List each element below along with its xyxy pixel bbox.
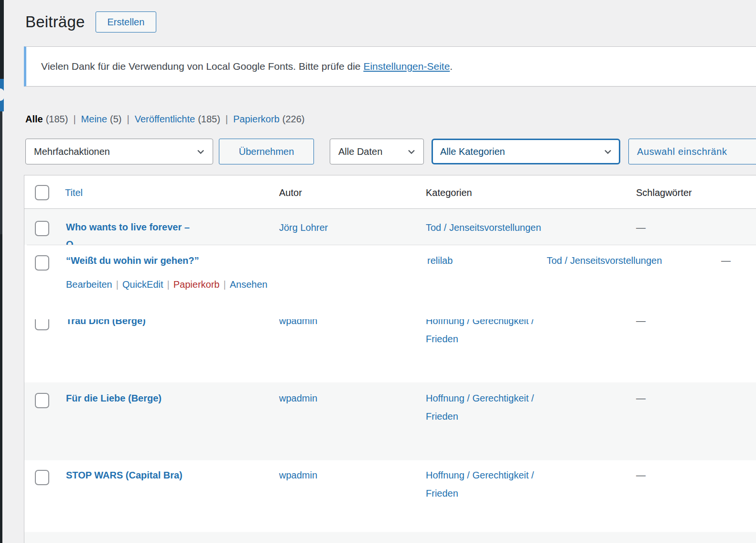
action-separator: | — [167, 279, 170, 290]
view-trash: Papierkorb(226) — [233, 114, 304, 125]
view-trash-count: (226) — [282, 114, 305, 124]
column-header-title[interactable]: Titel — [65, 184, 83, 202]
posts-table: Titel Autor Kategorien Schlagwörter Who … — [24, 175, 756, 543]
post-author-link[interactable]: wpadmin — [279, 389, 317, 407]
trash-action-link[interactable]: Papierkorb — [173, 279, 220, 290]
view-separator: | — [226, 114, 228, 124]
edit-action-link[interactable]: Bearbeiten — [66, 279, 112, 290]
page-title: Beiträge — [25, 13, 85, 31]
post-author-link[interactable]: wpadmin — [279, 466, 317, 484]
quick-edit-action-link[interactable]: QuickEdit — [122, 279, 163, 290]
view-all: Alle(185)| — [25, 114, 81, 125]
post-categories-link[interactable]: Frieden — [426, 488, 458, 499]
post-categories-link[interactable]: Hoffnung / Gerechtigkeit / — [426, 393, 534, 403]
column-header-tags: Schlagwörter — [636, 184, 692, 202]
post-tags-empty: — — [636, 219, 646, 236]
view-all-count: (185) — [46, 114, 68, 124]
post-categories-link[interactable]: Hoffnung / Gerechtigkeit / — [426, 470, 534, 480]
select-row-checkbox[interactable] — [35, 393, 49, 408]
settings-page-link[interactable]: Einstellungen-Seite — [363, 61, 450, 72]
table-row: Für die Liebe (Berge) wpadmin Hoffnung /… — [24, 382, 756, 460]
post-status-views: Alle(185)| Meine(5)| Veröffentlichte(185… — [25, 114, 304, 125]
notice-text-after: . — [450, 61, 453, 72]
chevron-down-icon — [195, 146, 206, 157]
notice-text: Vielen Dank für die Verwendung von Local… — [41, 61, 453, 72]
view-separator: | — [127, 114, 130, 124]
post-categories-link[interactable]: Tod / Jenseitsvorstellungen — [426, 219, 541, 236]
column-header-author: Autor — [279, 184, 302, 202]
action-separator: | — [116, 279, 119, 290]
date-filter-value: Alle Daten — [338, 146, 382, 157]
view-published: Veröffentlichte(185)| — [135, 114, 233, 125]
table-row: STOP WARS (Capital Bra) wpadmin Hoffnung… — [24, 460, 756, 532]
post-title-link[interactable]: Für die Liebe (Berge) — [66, 389, 162, 407]
post-tags-empty: — — [636, 466, 646, 484]
select-row-checkbox[interactable] — [35, 470, 49, 485]
post-tags-empty: — — [721, 252, 731, 269]
post-categories: Hoffnung / Gerechtigkeit / Frieden — [426, 466, 534, 502]
view-separator: | — [73, 114, 76, 124]
post-tags-empty: — — [636, 389, 646, 407]
table-row: Who wants to live forever – Q Jörg Lohre… — [24, 209, 756, 245]
category-filter-select[interactable]: Alle Kategorien — [432, 139, 620, 164]
post-author-link[interactable]: relilab — [427, 252, 453, 269]
page-header: Beiträge Erstellen — [25, 11, 156, 33]
view-published-link[interactable]: Veröffentlichte — [135, 114, 195, 124]
category-filter-value: Alle Kategorien — [440, 146, 505, 157]
apply-button[interactable]: Übernehmen — [219, 139, 314, 164]
action-separator: | — [223, 279, 226, 290]
table-header-row: Titel Autor Kategorien Schlagwörter — [24, 175, 756, 209]
bulk-actions-value: Mehrfachaktionen — [34, 146, 110, 157]
post-categories-link[interactable]: Tod / Jenseitsvorstellungen — [547, 252, 662, 269]
view-mine-count: (5) — [110, 114, 121, 124]
admin-menu-collapsed-edge-bottom — [0, 234, 2, 543]
view-trash-link[interactable]: Papierkorb — [233, 114, 280, 124]
select-row-checkbox[interactable] — [35, 221, 49, 236]
admin-menu-collapsed-edge — [0, 0, 4, 79]
post-categories-link[interactable]: Frieden — [426, 334, 458, 344]
post-categories-link[interactable]: Frieden — [426, 411, 458, 422]
post-categories: Hoffnung / Gerechtigkeit / Frieden — [426, 389, 534, 425]
bulk-actions-select[interactable]: Mehrfachaktionen — [25, 139, 213, 164]
post-author-link[interactable]: Jörg Lohrer — [279, 219, 328, 236]
post-title-link[interactable]: STOP WARS (Capital Bra) — [66, 466, 183, 484]
admin-menu-collapsed-edge-middle — [0, 111, 2, 234]
add-new-post-button[interactable]: Erstellen — [96, 11, 157, 33]
chevron-down-icon — [406, 146, 417, 157]
admin-menu-arrow-notch — [0, 88, 5, 101]
table-row-floating: “Weißt du wohin wir gehen?” relilab Tod … — [27, 245, 756, 319]
row-actions: Bearbeiten|QuickEdit|Papierkorb|Ansehen — [66, 276, 268, 293]
table-row-partial — [24, 532, 756, 543]
chevron-down-icon — [602, 146, 614, 157]
date-filter-select[interactable]: Alle Daten — [330, 139, 424, 164]
notice-banner: Vielen Dank für die Verwendung von Local… — [24, 46, 756, 87]
view-mine: Meine(5)| — [81, 114, 135, 125]
view-all-link[interactable]: Alle — [25, 114, 43, 124]
view-published-count: (185) — [198, 114, 220, 124]
post-title-link[interactable]: Who wants to live forever – — [66, 218, 190, 236]
filter-button[interactable]: Auswahl einschränk — [628, 139, 756, 164]
notice-text-before: Vielen Dank für die Verwendung von Local… — [41, 61, 363, 72]
post-title-link[interactable]: “Weißt du wohin wir gehen?” — [66, 252, 199, 269]
select-all-checkbox[interactable] — [35, 185, 49, 200]
wordpress-posts-admin-page: Beiträge Erstellen Vielen Dank für die V… — [0, 0, 756, 543]
view-mine-link[interactable]: Meine — [81, 114, 107, 124]
view-action-link[interactable]: Ansehen — [230, 279, 268, 290]
column-header-categories: Kategorien — [426, 184, 472, 202]
select-row-checkbox[interactable] — [35, 255, 49, 271]
